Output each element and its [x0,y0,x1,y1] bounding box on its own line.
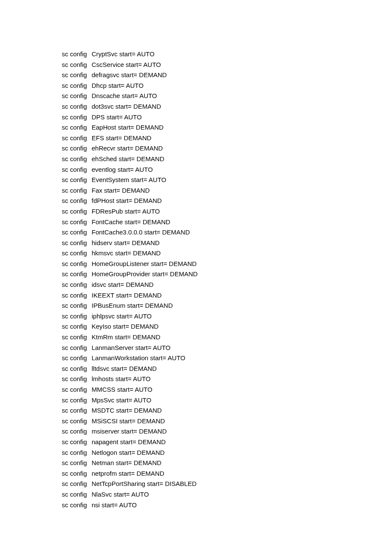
command-args: lmhosts start= AUTO [92,374,151,384]
command-line: sc configFontCache3.0.0.0 start= DEMAND [62,227,392,238]
command-args: FontCache start= DEMAND [92,217,170,228]
command-args: eventlog start= AUTO [92,165,153,175]
command-args: IPBusEnum start= DEMAND [92,301,173,311]
command-keyword: sc config [62,238,92,249]
command-args: EapHost start= DEMAND [92,122,164,133]
command-keyword: sc config [62,458,92,468]
command-args: FontCache3.0.0.0 start= DEMAND [92,227,190,238]
command-keyword: sc config [62,206,92,217]
command-line: sc configlltdsvc start= DEMAND [62,364,392,374]
command-line: sc configKeyIso start= DEMAND [62,321,392,332]
command-line: sc configIPBusEnum start= DEMAND [62,301,392,311]
command-keyword: sc config [62,269,92,280]
command-line: sc confighidserv start= DEMAND [62,238,392,249]
command-line: sc configMSiSCSI start= DEMAND [62,416,392,427]
command-line: sc configEFS start= DEMAND [62,133,392,144]
command-line: sc configDhcp start= AUTO [62,81,392,91]
command-keyword: sc config [62,227,92,238]
command-args: HomeGroupProvider start= DEMAND [92,269,198,280]
command-line: sc confignsi start= AUTO [62,500,392,511]
command-args: Fax start= DEMAND [92,185,150,196]
command-line: sc configiphlpsvc start= AUTO [62,311,392,322]
command-args: Netlogon start= DEMAND [92,448,164,458]
command-line: sc configNetTcpPortSharing start= DISABL… [62,479,392,489]
command-keyword: sc config [62,364,92,374]
command-args: msiserver start= DEMAND [92,426,167,437]
command-args: iphlpsvc start= AUTO [92,311,152,322]
command-keyword: sc config [62,489,92,500]
command-args: MpsSvc start= AUTO [92,395,151,406]
command-line: sc configHomeGroupListener start= DEMAND [62,259,392,269]
command-keyword: sc config [62,112,92,123]
command-args: MSDTC start= DEMAND [92,405,162,416]
command-args: defragsvc start= DEMAND [92,70,167,81]
command-line: sc configidsvc start= DEMAND [62,280,392,290]
command-args: Netman start= DEMAND [92,458,161,468]
command-args: nsi start= AUTO [92,500,137,511]
command-keyword: sc config [62,154,92,165]
command-line: sc configLanmanWorkstation start= AUTO [62,353,392,364]
command-line: sc configEventSystem start= AUTO [62,175,392,185]
command-line: sc configehRecvr start= DEMAND [62,143,392,154]
command-args: FDResPub start= AUTO [92,206,160,217]
command-line: sc confignapagent start= DEMAND [62,437,392,448]
command-keyword: sc config [62,133,92,144]
command-keyword: sc config [62,81,92,91]
command-line: sc configMpsSvc start= AUTO [62,395,392,406]
command-args: EventSystem start= AUTO [92,175,166,185]
command-args: napagent start= DEMAND [92,437,166,448]
command-keyword: sc config [62,374,92,384]
command-args: NlaSvc start= AUTO [92,489,149,500]
command-args: LanmanWorkstation start= AUTO [92,353,185,364]
command-args: Dhcp start= AUTO [92,81,144,91]
command-keyword: sc config [62,70,92,81]
command-line: sc configEapHost start= DEMAND [62,122,392,133]
command-line: sc confighkmsvc start= DEMAND [62,248,392,259]
command-line: sc configCryptSvc start= AUTO [62,49,392,60]
command-args: netprofm start= DEMAND [92,468,164,479]
command-args: idsvc start= DEMAND [92,280,153,290]
command-args: dot3svc start= DEMAND [92,101,161,112]
command-line: sc confignetprofm start= DEMAND [62,468,392,479]
command-line: sc configMMCSS start= AUTO [62,384,392,395]
command-keyword: sc config [62,290,92,301]
command-args: ehRecvr start= DEMAND [92,143,163,154]
command-keyword: sc config [62,217,92,228]
command-line: sc configNetman start= DEMAND [62,458,392,468]
command-line: sc configMSDTC start= DEMAND [62,405,392,416]
command-keyword: sc config [62,353,92,364]
command-args: HomeGroupListener start= DEMAND [92,259,196,269]
command-keyword: sc config [62,91,92,101]
command-line: sc configDnscache start= AUTO [62,91,392,101]
command-args: NetTcpPortSharing start= DISABLED [92,479,196,489]
command-keyword: sc config [62,426,92,437]
command-args: IKEEXT start= DEMAND [92,290,161,301]
command-keyword: sc config [62,101,92,112]
command-args: lltdsvc start= DEMAND [92,364,157,374]
command-keyword: sc config [62,175,92,185]
command-keyword: sc config [62,448,92,458]
command-keyword: sc config [62,500,92,511]
command-line: sc configNetlogon start= DEMAND [62,448,392,458]
command-keyword: sc config [62,395,92,406]
command-args: hidserv start= DEMAND [92,238,160,249]
command-line: sc configeventlog start= AUTO [62,165,392,175]
command-line: sc configFDResPub start= AUTO [62,206,392,217]
command-line: sc configFontCache start= DEMAND [62,217,392,228]
command-args: DPS start= AUTO [92,112,142,123]
command-keyword: sc config [62,259,92,269]
command-args: Dnscache start= AUTO [92,91,157,101]
command-line: sc configmsiserver start= DEMAND [62,426,392,437]
command-line: sc configKtmRm start= DEMAND [62,332,392,343]
command-args: KtmRm start= DEMAND [92,332,160,343]
command-line: sc configHomeGroupProvider start= DEMAND [62,269,392,280]
command-line: sc configNlaSvc start= AUTO [62,489,392,500]
command-keyword: sc config [62,321,92,332]
command-keyword: sc config [62,479,92,489]
command-keyword: sc config [62,196,92,206]
command-line: sc configehSched start= DEMAND [62,154,392,165]
document-page: sc configCryptSvc start= AUTOsc configCs… [0,0,392,510]
command-keyword: sc config [62,280,92,290]
command-keyword: sc config [62,165,92,175]
command-line: sc configFax start= DEMAND [62,185,392,196]
